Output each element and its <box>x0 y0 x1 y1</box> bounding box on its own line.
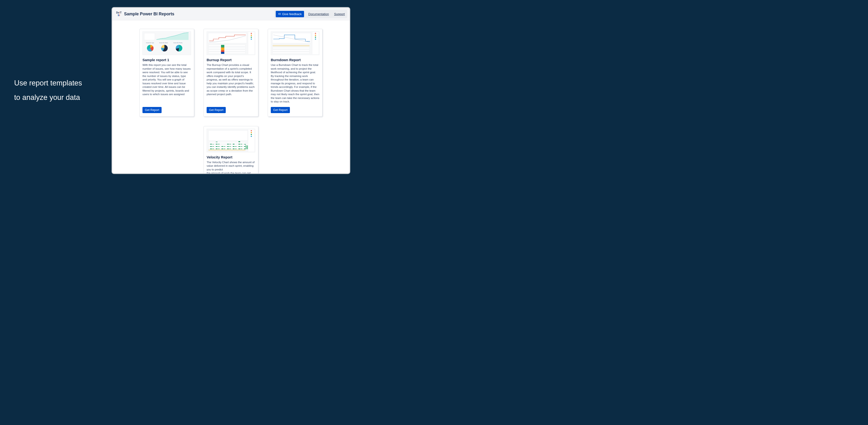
card-description: The Burnup Chart provides a visual repre… <box>207 63 255 104</box>
app-window: Do!T bi Sample Power BI Reports Give fee… <box>112 7 350 174</box>
card-velocity-report: Velocity Report The Velocity Chart shows… <box>204 126 258 173</box>
svg-rect-2 <box>272 33 311 43</box>
documentation-link[interactable]: Documentation <box>307 11 330 17</box>
app-header: Do!T bi Sample Power BI Reports Give fee… <box>112 8 349 20</box>
card-title: Burnup Report <box>207 58 255 62</box>
card-description: The Velocity Chart shows the amount of v… <box>207 161 255 173</box>
hero-line2: to analyze your data <box>14 92 112 103</box>
get-report-button[interactable]: Get Report <box>207 107 226 113</box>
thumbnail-burndown <box>271 31 319 55</box>
get-report-button[interactable]: Get Report <box>143 107 161 113</box>
card-title: Sample report 1 <box>143 58 191 62</box>
support-link[interactable]: Support <box>333 11 346 17</box>
svg-rect-1 <box>208 33 247 43</box>
give-feedback-label: Give feedback <box>282 12 302 16</box>
thumbnail-velocity <box>207 129 255 152</box>
hero-text: Use report templates to analyze your dat… <box>0 0 112 107</box>
thumbnail-sample-report: Issues By Type Issues By Status Issues B… <box>143 31 191 55</box>
header-actions: Give feedback Documentation Support <box>274 10 347 18</box>
card-title: Burndown Report <box>271 58 319 62</box>
card-burndown-report: Burndown Report Use a Burndown Chart to … <box>268 29 322 117</box>
svg-marker-0 <box>156 33 188 40</box>
app-body: Issues By Type Issues By Status Issues B… <box>112 20 349 173</box>
doit-bi-logo: Do!T bi <box>116 10 122 17</box>
card-sample-report-1: Issues By Type Issues By Status Issues B… <box>140 29 194 117</box>
card-description: With this report you can see the total n… <box>143 63 191 104</box>
page-title: Sample Power BI Reports <box>124 11 174 17</box>
get-report-button[interactable]: Get Report <box>271 107 290 113</box>
give-feedback-button[interactable]: Give feedback <box>276 11 304 17</box>
card-title: Velocity Report <box>207 155 255 159</box>
megaphone-icon <box>278 12 281 16</box>
card-description: Use a Burndown Chart to track the total … <box>271 63 319 104</box>
card-burnup-report: Burnup Report The Burnup Chart provides … <box>204 29 258 117</box>
hero-line1: Use report templates <box>14 78 112 88</box>
cards-grid: Issues By Type Issues By Status Issues B… <box>140 29 322 165</box>
thumbnail-burnup <box>207 31 255 55</box>
